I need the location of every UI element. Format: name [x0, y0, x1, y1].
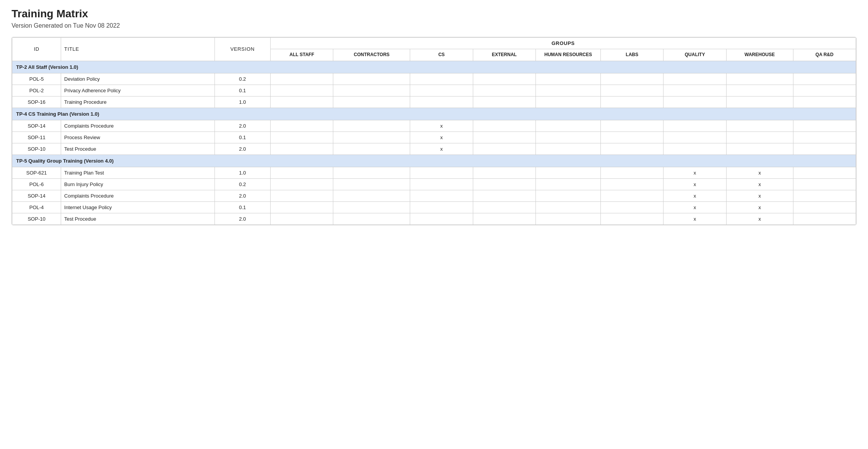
cell-group-6: [663, 131, 726, 143]
cell-group-0: [270, 120, 333, 131]
cell-id: SOP-14: [12, 120, 61, 131]
cell-group-0: [270, 178, 333, 190]
section-header-1: TP-4 CS Training Plan (Version 1.0): [12, 108, 856, 120]
cell-version: 0.1: [215, 201, 270, 213]
cell-title: Internet Usage Policy: [61, 201, 215, 213]
cell-group-1: [333, 131, 410, 143]
cell-title: Process Review: [61, 131, 215, 143]
col-header-group-8: QA R&D: [793, 49, 856, 61]
cell-group-7: [726, 73, 793, 85]
cell-group-1: [333, 178, 410, 190]
page-title: Training Matrix: [12, 8, 856, 20]
cell-group-2: [410, 178, 473, 190]
cell-group-5: [600, 143, 663, 155]
cell-title: Complaints Procedure: [61, 120, 215, 131]
cell-title: Training Plan Test: [61, 167, 215, 178]
cell-id: SOP-11: [12, 131, 61, 143]
table-row: POL-2Privacy Adherence Policy0.1: [12, 85, 856, 96]
cell-group-6: [663, 73, 726, 85]
cell-group-2: x: [410, 143, 473, 155]
cell-version: 2.0: [215, 143, 270, 155]
cell-group-6: x: [663, 190, 726, 201]
cell-version: 2.0: [215, 213, 270, 224]
cell-group-0: [270, 131, 333, 143]
cell-group-5: [600, 190, 663, 201]
cell-group-4: [536, 96, 601, 108]
cell-group-3: [473, 120, 535, 131]
cell-group-8: [793, 131, 856, 143]
cell-title: Burn Injury Policy: [61, 178, 215, 190]
cell-group-0: [270, 213, 333, 224]
cell-group-4: [536, 213, 601, 224]
cell-group-3: [473, 201, 535, 213]
cell-group-7: [726, 120, 793, 131]
cell-group-2: [410, 73, 473, 85]
cell-version: 2.0: [215, 120, 270, 131]
col-header-group-5: Labs: [600, 49, 663, 61]
table-row: POL-5Deviation Policy0.2: [12, 73, 856, 85]
cell-group-1: [333, 143, 410, 155]
cell-group-6: x: [663, 167, 726, 178]
cell-group-4: [536, 178, 601, 190]
cell-group-5: [600, 96, 663, 108]
cell-group-1: [333, 96, 410, 108]
cell-title: Privacy Adherence Policy: [61, 85, 215, 96]
cell-id: SOP-621: [12, 167, 61, 178]
cell-version: 0.2: [215, 73, 270, 85]
cell-group-1: [333, 73, 410, 85]
table-row: SOP-16Training Procedure1.0: [12, 96, 856, 108]
cell-group-8: [793, 143, 856, 155]
cell-group-4: [536, 85, 601, 96]
cell-group-0: [270, 143, 333, 155]
cell-title: Test Procedue: [61, 143, 215, 155]
cell-group-7: [726, 131, 793, 143]
col-header-group-2: CS: [410, 49, 473, 61]
table-row: SOP-621Training Plan Test1.0xx: [12, 167, 856, 178]
cell-id: SOP-14: [12, 190, 61, 201]
cell-group-1: [333, 190, 410, 201]
page-subtitle: Version Generated on Tue Nov 08 2022: [12, 22, 856, 29]
cell-group-6: x: [663, 178, 726, 190]
cell-group-3: [473, 73, 535, 85]
table-row: POL-4Internet Usage Policy0.1xx: [12, 201, 856, 213]
cell-group-7: x: [726, 190, 793, 201]
cell-group-8: [793, 167, 856, 178]
cell-id: SOP-10: [12, 213, 61, 224]
cell-group-4: [536, 143, 601, 155]
cell-group-5: [600, 131, 663, 143]
cell-group-6: [663, 85, 726, 96]
cell-group-8: [793, 190, 856, 201]
cell-group-3: [473, 143, 535, 155]
cell-group-1: [333, 213, 410, 224]
cell-group-8: [793, 201, 856, 213]
table-row: SOP-10Test Procedue2.0x: [12, 143, 856, 155]
cell-group-0: [270, 73, 333, 85]
cell-group-1: [333, 201, 410, 213]
cell-group-5: [600, 201, 663, 213]
col-header-id: ID: [12, 38, 61, 61]
cell-group-0: [270, 190, 333, 201]
cell-group-0: [270, 167, 333, 178]
col-header-group-3: External: [473, 49, 535, 61]
cell-group-8: [793, 178, 856, 190]
cell-group-0: [270, 201, 333, 213]
cell-group-3: [473, 178, 535, 190]
col-header-version: VERSION: [215, 38, 270, 61]
cell-group-6: x: [663, 201, 726, 213]
cell-title: Complaints Procedure: [61, 190, 215, 201]
cell-group-3: [473, 85, 535, 96]
cell-group-5: [600, 178, 663, 190]
cell-id: SOP-10: [12, 143, 61, 155]
cell-group-4: [536, 190, 601, 201]
cell-group-7: [726, 96, 793, 108]
cell-group-8: [793, 96, 856, 108]
cell-id: POL-4: [12, 201, 61, 213]
cell-group-2: x: [410, 131, 473, 143]
col-header-group-7: Warehouse: [726, 49, 793, 61]
cell-group-4: [536, 131, 601, 143]
cell-group-0: [270, 96, 333, 108]
cell-title: Training Procedure: [61, 96, 215, 108]
cell-group-1: [333, 167, 410, 178]
cell-group-3: [473, 131, 535, 143]
table-row: POL-6Burn Injury Policy0.2xx: [12, 178, 856, 190]
